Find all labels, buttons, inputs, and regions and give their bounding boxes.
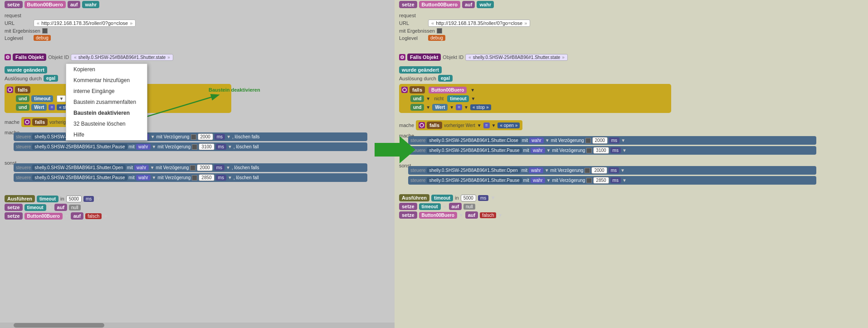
wahr-open-right[interactable]: wahr [529, 167, 543, 173]
wahr-pause-left[interactable]: wahr [136, 144, 151, 150]
menu-deaktivieren[interactable]: Baustein deaktivieren [66, 108, 147, 118]
button00buero-right[interactable]: Button00Buero [419, 1, 460, 8]
ms-close-left[interactable]: ms [215, 134, 225, 140]
ms-pause2-left[interactable]: ms [216, 175, 226, 181]
verzoegerung-cb-close-right[interactable] [585, 138, 591, 143]
und-right2[interactable]: und [410, 104, 424, 111]
gear-mache-left[interactable] [24, 119, 30, 125]
falls-mache-left: falls [32, 118, 48, 126]
ms-ausfuehren-left[interactable]: ms [83, 196, 94, 202]
mache-falls-inner-right: falls vorheriger Wert ▼ = ▼ « open » [416, 120, 522, 130]
verzoegerung-cb-pause-left[interactable] [192, 144, 197, 150]
egal-right[interactable]: egal [438, 75, 453, 82]
button00buero-falls-right[interactable]: Button00Buero [429, 87, 467, 93]
egal-left[interactable]: egal [44, 75, 58, 82]
ms-pause-right[interactable]: ms [610, 147, 621, 153]
wahr-pause2-left[interactable]: wahr [136, 175, 151, 181]
gear-falls-inner-right[interactable] [401, 87, 408, 93]
wert-right: Wert [432, 104, 448, 111]
request-section-right: request URL http://192.168.178.35/roller… [399, 13, 530, 41]
menu-zusammenfalten[interactable]: Baustein zusammenfalten [66, 97, 147, 108]
debug-badge-right[interactable]: debug [428, 35, 445, 41]
ms-pause3-right[interactable]: ms [610, 177, 621, 183]
mit-ergebnissen-cb-right[interactable] [437, 28, 442, 34]
steuere-open-id-right[interactable]: shelly.0.SHSW-25#B8AB96#1.Shutter.Open [427, 167, 520, 173]
ms-open-left[interactable]: ms [214, 165, 224, 171]
timeout-ausfuehren-left[interactable]: timeout [37, 196, 59, 202]
menu-kommentar[interactable]: Kommentar hinzufügen [66, 75, 147, 86]
verzoegerung-cb-open-right[interactable] [585, 168, 590, 173]
menu-loeschen-32[interactable]: 32 Bausteine löschen [66, 118, 147, 129]
gear-mache-right[interactable] [419, 122, 425, 128]
wahr-right1[interactable]: wahr [477, 1, 494, 8]
wahr-close-right[interactable]: wahr [529, 137, 544, 143]
wurde-section-right: wurde geändert Auslösung durch egal [399, 66, 453, 82]
gear-icon-falls-right[interactable] [399, 54, 405, 60]
equals-right[interactable]: = [456, 104, 462, 110]
und-left1[interactable]: und [16, 95, 29, 102]
val-3100-left[interactable]: 3100 [199, 143, 214, 150]
wahr-pause-right[interactable]: wahr [531, 147, 545, 153]
menu-hilfe[interactable]: Hilfe [66, 129, 147, 140]
val-2000-open-left[interactable]: 2000 [197, 164, 212, 171]
equals-left[interactable]: = [49, 104, 55, 110]
val-2000-open-right[interactable]: 2000 [591, 167, 607, 174]
equals-mache-right[interactable]: = [483, 122, 490, 128]
val-3100-right[interactable]: 3100 [593, 147, 609, 154]
ms-pause-left[interactable]: ms [216, 144, 226, 150]
timeout-ausfuehren-right[interactable]: timeout [431, 195, 453, 201]
verzoegerung-cb-pause3-right[interactable] [586, 178, 592, 183]
steuere-close-id-right[interactable]: shelly.0.SHSW-25#B8AB96#1.Shutter.Close [427, 137, 520, 143]
menu-kopieren[interactable]: Kopieren [66, 64, 147, 75]
ms-open-right[interactable]: ms [609, 167, 619, 173]
timeout-setze-right[interactable]: timeout [419, 203, 441, 210]
verzoegerung-cb-open-left[interactable] [190, 165, 195, 171]
steuere-pause-id-left[interactable]: shelly.0.SHSW-25#B8AB96#1.Shutter.Pause [32, 144, 127, 150]
timeout-setze-left[interactable]: timeout [24, 204, 46, 211]
wurde-geaendert-right[interactable]: wurde geändert [399, 66, 442, 73]
steuere-pause2-id-left[interactable]: shelly.0.SHSW-25#B8AB96#1.Shutter.Pause [32, 175, 127, 181]
timeout-badge-left[interactable]: timeout [31, 95, 53, 102]
ms-close-right[interactable]: ms [609, 137, 619, 143]
verzoegerung-cb-pause2-left[interactable] [192, 175, 197, 181]
main-container: setze Button00Buero auf wahr request URL… [0, 0, 868, 328]
setze-timeout-left: setze [5, 204, 23, 211]
menu-interne-eingaenge[interactable]: interne Eingänge [66, 86, 147, 97]
und-left2[interactable]: und [16, 104, 29, 111]
steuere-pause-right: steuere shelly.0.SHSW-25#B8AB96#1.Shutte… [408, 146, 816, 155]
steuere-pause3-id-right[interactable]: shelly.0.SHSW-25#B8AB96#1.Shutter.Pause [427, 177, 522, 183]
scrollbar-thumb-left[interactable] [14, 323, 104, 328]
wahr-open-left[interactable]: wahr [134, 165, 149, 171]
button00buero-left[interactable]: Button00Buero [24, 1, 66, 8]
verzoegerung-cb-pause-right[interactable] [586, 148, 592, 153]
debug-badge-left[interactable]: debug [34, 35, 51, 41]
val-2850-left[interactable]: 2850 [199, 174, 214, 181]
loglevel-label-right: Loglevel [399, 35, 426, 41]
mit-ergebnissen-cb-left[interactable] [42, 28, 48, 34]
steuere-open-id-left[interactable]: shelly.0.SHSW-25#B8AB96#1.Shutter.Open [32, 165, 125, 171]
gear-falls-inner-left[interactable] [7, 87, 13, 93]
scrollbar-h-left[interactable] [0, 323, 395, 328]
wahr-left1[interactable]: wahr [82, 1, 99, 8]
val-5000-left[interactable]: 5000 [66, 196, 82, 202]
url-value-right[interactable]: http://192.168.178.35/roller/0?go=close [428, 20, 530, 27]
steuere-pause-id-right[interactable]: shelly.0.SHSW-25#B8AB96#1.Shutter.Pause [427, 147, 522, 153]
gear-icon-falls-left[interactable] [5, 54, 11, 60]
wahr-pause3-right[interactable]: wahr [531, 177, 545, 183]
url-value-left[interactable]: http://192.168.178.35/roller/0?go=close [34, 20, 136, 27]
objekt-id-value-left[interactable]: shelly.0.SHSW-25#B8AB96#1.Shutter.state [71, 54, 173, 61]
val-2000-close-right[interactable]: 2000 [592, 137, 608, 144]
verzoegerung-cb-close-left[interactable] [191, 134, 196, 140]
timeout-right[interactable]: timeout [447, 95, 469, 102]
ms-ausfuehren-right[interactable]: ms [478, 195, 488, 201]
objekt-id-value-right[interactable]: shelly.0.SHSW-25#B8AB96#1.Shutter.state [465, 54, 568, 61]
wurde-geaendert-left[interactable]: wurde geändert [5, 66, 47, 73]
setze-label-right: setze [399, 1, 417, 8]
val-5000-right[interactable]: 5000 [461, 195, 476, 201]
val-2850-right[interactable]: 2850 [593, 177, 609, 184]
und-right1[interactable]: und [410, 95, 424, 102]
timeout-dropdown-left[interactable]: ▼ [57, 95, 66, 102]
button00buero-setze-left[interactable]: Button00Buero [24, 213, 63, 220]
val-2000-close-left[interactable]: 2000 [198, 133, 213, 140]
button00buero-setze-right[interactable]: Button00Buero [419, 212, 457, 219]
